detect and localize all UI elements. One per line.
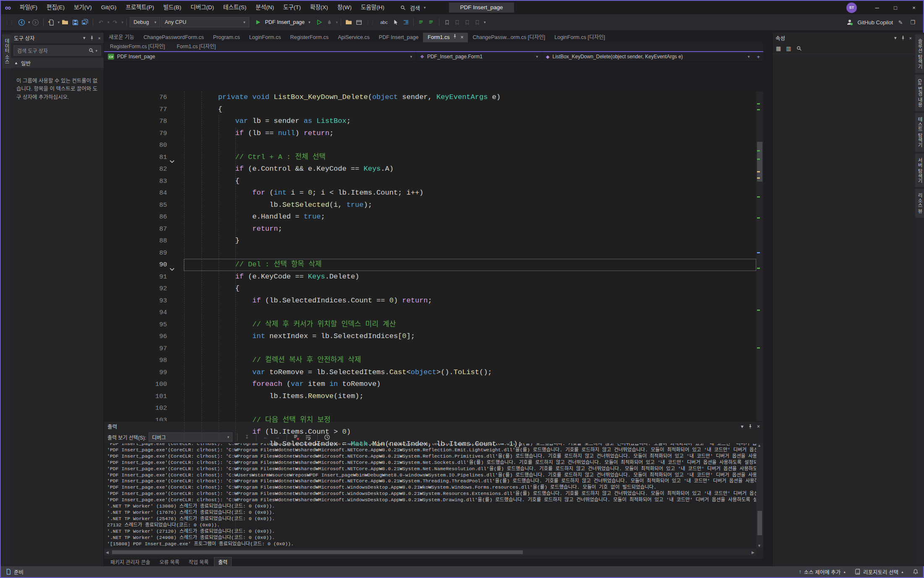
designer-tab-1[interactable]: Form1.cs [디자인] xyxy=(171,42,222,51)
close-icon[interactable]: × xyxy=(909,36,912,41)
right-rail-tab-0[interactable]: 솔루션 탐색기 xyxy=(915,34,924,73)
pin-icon[interactable] xyxy=(900,35,906,41)
start-without-debugging-button[interactable] xyxy=(315,18,324,27)
code-line-90[interactable]: // Del : 선택 항목 삭제 xyxy=(184,259,756,271)
code-line-99[interactable]: var toRemove = lb.SelectedItems.Cast<obj… xyxy=(184,367,756,379)
code-line-105[interactable]: lb.SelectedIndex = Math.Min(nextIndex, l… xyxy=(184,438,756,450)
bottom-tab-1[interactable]: 오류 목록 xyxy=(156,557,183,566)
save-button[interactable] xyxy=(70,18,80,27)
maximize-button[interactable]: □ xyxy=(886,1,905,14)
navigate-back-button[interactable] xyxy=(17,18,26,27)
chevron-down-icon[interactable]: ▾ xyxy=(83,35,86,41)
copilot-edit-icon[interactable]: ✎ xyxy=(896,18,905,27)
clear-bookmarks-button[interactable] xyxy=(472,18,482,27)
add-to-source-control-button[interactable]: ↑소스 제어에 추가▲ xyxy=(799,568,846,576)
split-add-icon[interactable]: + xyxy=(753,54,763,60)
right-rail-tab-2[interactable]: 테스트 탐색기 xyxy=(915,113,924,151)
uncomment-button[interactable] xyxy=(427,18,436,27)
breadcrumb-project[interactable]: C#PDF Insert_page▾ xyxy=(104,52,416,61)
toolbar-grip[interactable]: ⋮⋮ xyxy=(366,20,375,25)
scroll-down-arrow[interactable]: ▼ xyxy=(756,544,762,548)
menu-item-11[interactable]: 창(W) xyxy=(333,1,356,14)
code-line-83[interactable]: { xyxy=(184,175,756,187)
toolbox-search-input[interactable]: 검색 도구 상자 ▾ xyxy=(13,45,101,56)
toolbar-grip[interactable]: ⋮⋮ xyxy=(5,20,14,25)
code-line-104[interactable]: if (lb.Items.Count > 0) xyxy=(184,426,756,438)
code-line-84[interactable]: for (int i = 0; i < lb.Items.Count; i++) xyxy=(184,187,756,199)
code-line-96[interactable]: int nextIndex = lb.SelectedIndices[0]; xyxy=(184,331,756,343)
code-line-76[interactable]: private void ListBox_KeyDown_Delete(obje… xyxy=(184,91,756,104)
start-debugging-button[interactable]: PDF Insert_page▾ xyxy=(250,17,314,28)
code-line-94[interactable] xyxy=(184,307,756,319)
scroll-right-arrow[interactable]: ▶ xyxy=(750,550,756,555)
redo-button[interactable]: ↷ xyxy=(110,18,120,27)
document-tab-5[interactable]: ApiService.cs xyxy=(333,33,374,42)
code-line-101[interactable]: lb.Items.Remove(item); xyxy=(184,391,756,403)
hot-reload-button[interactable] xyxy=(325,18,334,27)
menu-item-2[interactable]: 보기(V) xyxy=(69,1,97,14)
close-icon[interactable]: × xyxy=(757,424,760,430)
menu-item-6[interactable]: 디버그(D) xyxy=(186,1,219,14)
scrollbar-thumb[interactable] xyxy=(757,511,762,535)
output-log[interactable]: 'PDF Insert_page.exe'(CoreCLR: clrhost):… xyxy=(104,443,756,548)
code-line-103[interactable]: // 다음 선택 위치 보정 xyxy=(184,414,756,427)
undo-button[interactable]: ↶ xyxy=(96,18,105,27)
pin-icon[interactable] xyxy=(452,33,457,42)
left-rail-tab-0[interactable]: 데이터 소스 xyxy=(2,34,11,68)
menu-item-3[interactable]: Git(G) xyxy=(97,1,121,14)
close-icon[interactable]: × xyxy=(98,36,101,41)
find-symbol-button[interactable]: abc xyxy=(378,18,390,27)
menu-item-10[interactable]: 확장(X) xyxy=(305,1,333,14)
open-file-button[interactable] xyxy=(60,18,70,27)
code-line-97[interactable] xyxy=(184,343,756,355)
scroll-up-arrow[interactable]: ▲ xyxy=(756,443,762,448)
code-line-79[interactable]: if (lb == null) return; xyxy=(184,128,756,140)
scrollbar-thumb[interactable] xyxy=(112,550,523,554)
select-tool-button[interactable] xyxy=(391,18,400,27)
menu-item-9[interactable]: 도구(T) xyxy=(279,1,305,14)
toggle-bookmark-button[interactable] xyxy=(442,18,452,27)
code-line-88[interactable]: } xyxy=(184,235,756,247)
comment-button[interactable] xyxy=(417,18,426,27)
fold-collapse-icon[interactable] xyxy=(170,159,176,166)
code-line-80[interactable] xyxy=(184,139,756,151)
new-file-button[interactable] xyxy=(47,18,56,27)
code-line-92[interactable]: { xyxy=(184,283,756,295)
code-line-91[interactable]: if (e.KeyCode == Keys.Delete) xyxy=(184,271,756,283)
document-tab-6[interactable]: PDF Insert_page xyxy=(374,33,423,42)
chevron-down-icon[interactable]: ▾ xyxy=(894,35,897,41)
breadcrumb-member[interactable]: ◆ListBox_KeyDown_Delete(object sender, K… xyxy=(542,52,753,61)
code-line-89[interactable] xyxy=(184,247,756,259)
breadcrumb-class[interactable]: ❖PDF_Insert_page.Form1▾ xyxy=(416,52,542,61)
document-tab-2[interactable]: Program.cs xyxy=(209,33,245,42)
copilot-chat-icon[interactable]: ❐ xyxy=(908,18,917,27)
scroll-left-arrow[interactable]: ◀ xyxy=(104,550,110,555)
menu-item-4[interactable]: 프로젝트(P) xyxy=(121,1,159,14)
document-tab-1[interactable]: ChangePasswordForm.cs xyxy=(139,33,209,42)
document-tab-0[interactable]: 새로운 기능 xyxy=(104,33,139,42)
right-rail-tab-4[interactable]: 리소스 뷰 xyxy=(915,189,924,218)
notifications-bell-icon[interactable] xyxy=(912,568,919,575)
select-repository-button[interactable]: 리포지토리 선택▲ xyxy=(854,568,904,576)
close-icon[interactable]: × xyxy=(460,33,463,42)
menu-item-7[interactable]: 테스트(S) xyxy=(219,1,251,14)
menu-item-12[interactable]: 도움말(H) xyxy=(356,1,389,14)
close-button[interactable]: × xyxy=(905,1,923,14)
code-line-85[interactable]: lb.SetSelected(i, true); xyxy=(184,199,756,211)
code-line-87[interactable]: return; xyxy=(184,223,756,235)
output-horizontal-scrollbar[interactable]: ◀ ▶ xyxy=(104,549,756,555)
fold-collapse-icon[interactable] xyxy=(170,267,176,273)
properties-header[interactable]: 속성 ▾ × xyxy=(773,33,915,43)
document-tab-9[interactable]: LoginForm.cs [디자인] xyxy=(550,33,610,42)
avatar[interactable]: ST xyxy=(846,3,857,13)
alphabetical-icon[interactable]: ▥ xyxy=(786,45,791,52)
output-vertical-scrollbar[interactable]: ▲ ▼ xyxy=(756,443,763,548)
solution-configuration-dropdown[interactable]: Debug▾ xyxy=(130,17,160,27)
solution-platform-dropdown[interactable]: Any CPU▾ xyxy=(161,17,249,27)
right-rail-tab-1[interactable]: Git 변경 내용 xyxy=(915,75,924,111)
right-rail-tab-3[interactable]: 서버 탐색기 xyxy=(915,154,924,187)
menu-item-8[interactable]: 분석(N) xyxy=(251,1,279,14)
bottom-tab-0[interactable]: 패키지 관리자 콘솔 xyxy=(107,557,154,566)
menu-item-5[interactable]: 빌드(B) xyxy=(159,1,186,14)
code-line-100[interactable]: foreach (var item in toRemove) xyxy=(184,378,756,391)
